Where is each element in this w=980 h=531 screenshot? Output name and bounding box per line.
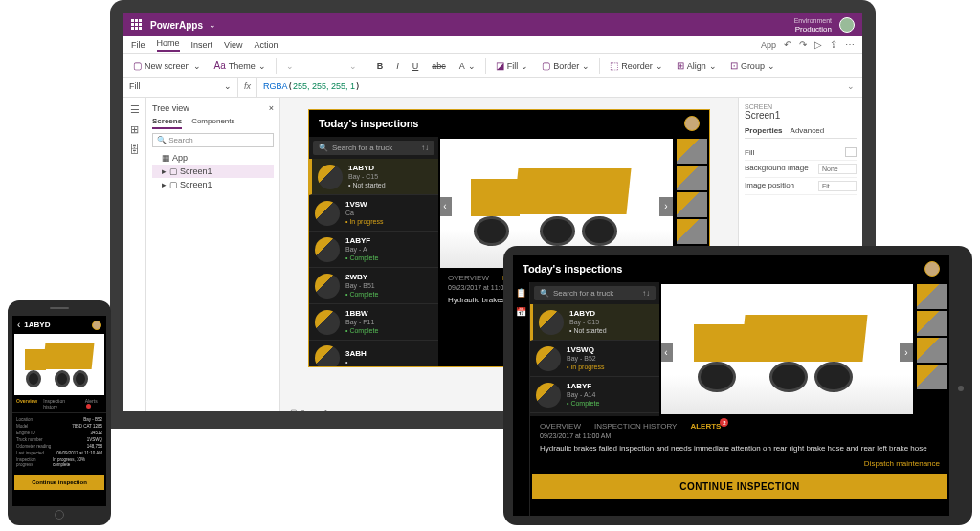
next-image-icon[interactable]: › bbox=[659, 197, 673, 216]
tree-search-input[interactable]: 🔍 Search bbox=[152, 133, 274, 147]
underline-button[interactable]: U bbox=[409, 59, 423, 73]
continue-inspection-button[interactable]: CONTINUE INSPECTION bbox=[532, 474, 947, 499]
close-icon[interactable]: × bbox=[269, 103, 274, 113]
sort-icon[interactable]: ↑↓ bbox=[642, 289, 650, 298]
phone-home-button[interactable] bbox=[55, 510, 64, 520]
thumbnail[interactable] bbox=[917, 284, 947, 309]
font-size[interactable]: ⌄ bbox=[345, 59, 361, 73]
img-pos-select[interactable]: Fit bbox=[818, 181, 857, 191]
bold-button[interactable]: B bbox=[373, 59, 388, 73]
thumbnail[interactable] bbox=[677, 219, 707, 244]
strike-button[interactable]: abc bbox=[428, 59, 450, 73]
alert-badge: 2 bbox=[720, 418, 728, 427]
app-launcher-icon[interactable] bbox=[131, 19, 143, 31]
back-icon[interactable]: ‹ bbox=[17, 320, 20, 330]
truck-list-item[interactable]: 1ABYDBay - C15• Not started bbox=[309, 159, 438, 195]
phone-tab-history[interactable]: Inspection history bbox=[43, 398, 79, 409]
italic-button[interactable]: I bbox=[392, 59, 403, 73]
tab-advanced[interactable]: Advanced bbox=[791, 126, 825, 135]
inspection-date: 09/23/2017 at 11:00 AM bbox=[530, 432, 949, 443]
fill-button[interactable]: ◪Fill⌄ bbox=[492, 58, 533, 73]
nav-calendar-icon[interactable]: 📅 bbox=[516, 307, 526, 317]
phone-avatar[interactable] bbox=[92, 321, 101, 330]
play-icon[interactable]: ▷ bbox=[814, 39, 822, 50]
tab-overview[interactable]: OVERVIEW bbox=[448, 274, 489, 282]
data-rail-icon[interactable]: 🗄 bbox=[129, 144, 140, 155]
thumbnail[interactable] bbox=[677, 192, 707, 217]
undo-icon[interactable]: ↶ bbox=[784, 39, 791, 50]
fill-swatch[interactable] bbox=[845, 147, 857, 157]
truck-list-item[interactable]: 3ABH• bbox=[309, 341, 438, 366]
phone-tab-overview[interactable]: Overview bbox=[16, 398, 37, 409]
tab-components[interactable]: Components bbox=[191, 117, 234, 129]
reorder-button[interactable]: ⬚Reorder⌄ bbox=[606, 58, 667, 73]
truck-list-item[interactable]: 1ABYFBay - A14• Complete bbox=[530, 377, 659, 413]
nav-clipboard-icon[interactable]: 📋 bbox=[516, 288, 526, 298]
phone-continue-button[interactable]: Continue inspection bbox=[14, 475, 104, 490]
truck-thumb bbox=[539, 310, 564, 335]
font-color-button[interactable]: A⌄ bbox=[456, 59, 479, 73]
truck-list-item[interactable]: 1BBWBay - F11• Complete bbox=[309, 304, 438, 341]
next-image-icon[interactable]: › bbox=[900, 343, 913, 362]
truck-list-item[interactable]: 1ABYDBay - C15• Not started bbox=[530, 304, 659, 341]
thumbnail[interactable] bbox=[917, 365, 947, 389]
prev-image-icon[interactable]: ‹ bbox=[438, 197, 452, 216]
truck-list-item[interactable]: 1VSWCa• In progress bbox=[309, 195, 438, 232]
menu-file[interactable]: File bbox=[131, 40, 145, 50]
sort-icon[interactable]: ↑↓ bbox=[421, 144, 429, 152]
truck-list-item[interactable]: 1ABYFBay - A• Complete bbox=[309, 232, 438, 268]
phone-frame: ‹ 1ABYD Overview Inspection history Aler… bbox=[8, 300, 111, 525]
thumbnail[interactable] bbox=[677, 166, 707, 190]
truck-search-input[interactable]: 🔍Search for a truck↑↓ bbox=[313, 141, 434, 155]
font-select[interactable]: ⌄ bbox=[282, 59, 340, 73]
environment-picker[interactable]: Environment Production bbox=[794, 16, 832, 33]
truck-thumb bbox=[536, 346, 561, 371]
menu-home[interactable]: Home bbox=[157, 38, 180, 52]
truck-list-item[interactable]: 2WBYBay - B51• Complete bbox=[309, 268, 438, 304]
prev-image-icon[interactable]: ‹ bbox=[659, 343, 673, 362]
app-title: Today's inspections bbox=[523, 263, 623, 275]
redo-icon[interactable]: ↷ bbox=[799, 39, 807, 50]
share-icon[interactable]: ⇪ bbox=[830, 39, 837, 50]
menu-app[interactable]: App bbox=[761, 40, 776, 50]
chevron-down-icon[interactable]: ⌄ bbox=[209, 20, 216, 30]
border-button[interactable]: ▢Border⌄ bbox=[538, 58, 593, 73]
thumbnail[interactable] bbox=[677, 139, 707, 164]
tab-inspection-history[interactable]: INSPECTION HISTORY bbox=[594, 422, 677, 431]
truck-list: 🔍Search for a truck↑↓ 1ABYDBay - C15• No… bbox=[309, 137, 438, 366]
app-avatar[interactable] bbox=[684, 116, 700, 131]
tab-screens[interactable]: Screens bbox=[152, 117, 182, 129]
menu-action[interactable]: Action bbox=[254, 40, 278, 50]
user-avatar[interactable] bbox=[839, 17, 855, 33]
formula-input[interactable]: RGBA(255, 255, 255, 1) bbox=[257, 78, 366, 97]
align-button[interactable]: ⊞Align⌄ bbox=[673, 58, 721, 73]
truck-list-item[interactable]: 1VSWQBay - B52• In progress bbox=[530, 341, 659, 377]
expand-formula-icon[interactable]: ⌄ bbox=[839, 78, 862, 97]
tab-alerts[interactable]: ALERTS2 bbox=[690, 422, 721, 431]
thumbnail[interactable] bbox=[917, 311, 947, 336]
thumbnail[interactable] bbox=[917, 338, 947, 363]
tree-node-screen1[interactable]: ▸ ▢ Screen1 bbox=[152, 165, 274, 178]
app-avatar[interactable] bbox=[924, 261, 940, 277]
phone-truck-image bbox=[14, 334, 104, 395]
insert-rail-icon[interactable]: ⊞ bbox=[130, 123, 139, 136]
tab-properties[interactable]: Properties bbox=[745, 126, 783, 135]
tree-node-app[interactable]: ▦ App bbox=[152, 151, 274, 165]
menu-insert[interactable]: Insert bbox=[191, 40, 213, 50]
property-selector[interactable]: Fill⌄ bbox=[123, 78, 238, 97]
new-screen-button[interactable]: ▢New screen⌄ bbox=[129, 58, 205, 73]
tab-overview[interactable]: OVERVIEW bbox=[540, 422, 581, 431]
menu-view[interactable]: View bbox=[224, 40, 242, 50]
bg-image-select[interactable]: None bbox=[818, 164, 857, 174]
ribbon: ▢New screen⌄ AaTheme⌄ ⌄ ⌄ B I U abc A⌄ ◪… bbox=[123, 54, 862, 78]
group-button[interactable]: ⊡Group⌄ bbox=[726, 58, 779, 73]
theme-button[interactable]: AaTheme⌄ bbox=[211, 58, 270, 73]
settings-icon[interactable]: ⋯ bbox=[845, 39, 855, 50]
phone-tab-alerts[interactable]: Alerts bbox=[85, 398, 102, 409]
tree-view-icon[interactable]: ☰ bbox=[130, 103, 140, 116]
tree-node-screen1b[interactable]: ▸ ▢ Screen1 bbox=[152, 178, 274, 191]
left-rail: ☰ ⊞ 🗄 bbox=[123, 98, 146, 421]
truck-search-input[interactable]: 🔍Search for a truck↑↓ bbox=[534, 286, 656, 300]
dispatch-link[interactable]: Dispatch maintenance bbox=[530, 459, 949, 474]
detail-row: LocationBay - B52 bbox=[16, 416, 102, 423]
